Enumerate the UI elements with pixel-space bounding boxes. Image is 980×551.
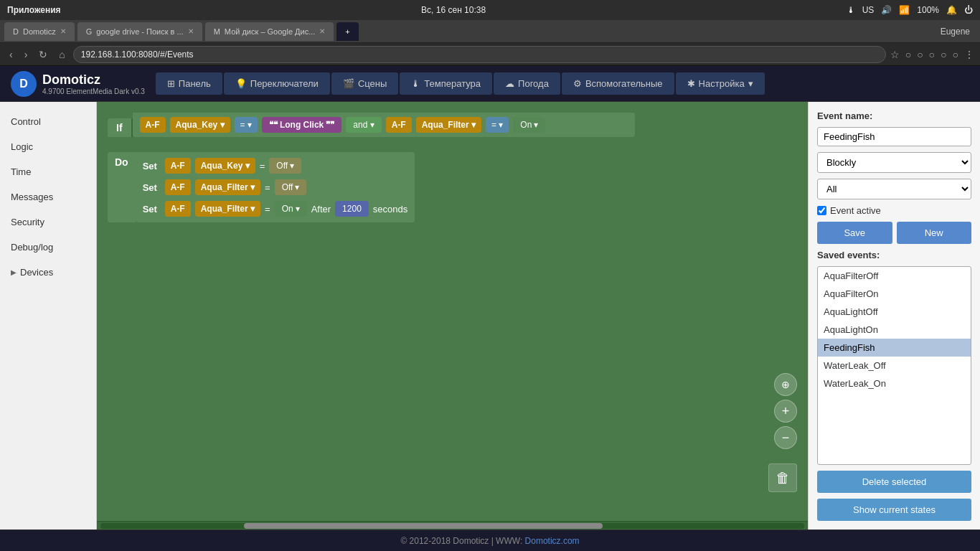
nav-temperature[interactable]: 🌡 Температура: [400, 72, 492, 95]
nav-switches[interactable]: 💡 Переключатели: [224, 72, 330, 95]
logo-text-area: Domoticz 4.9700 ElementMedia Dark v0.3: [42, 72, 145, 95]
sidebar-messages-label: Messages: [11, 192, 53, 202]
event-item-waterleakoff[interactable]: WaterLeak_Off: [818, 357, 971, 375]
set-label-3: Set: [143, 204, 161, 215]
sidebar-item-logic[interactable]: Logic: [0, 134, 96, 159]
zoom-in-button[interactable]: +: [774, 400, 797, 423]
zoom-reset-button[interactable]: ⊕: [774, 373, 797, 396]
aquakey-do-label: Aqua_Key: [201, 161, 243, 171]
scrollbar-thumb[interactable]: [244, 523, 603, 529]
trash-button[interactable]: 🗑: [768, 463, 797, 492]
url-bar[interactable]: [73, 46, 886, 63]
os-app-title: Приложения: [7, 5, 61, 15]
block-off-1[interactable]: Off ▾: [269, 158, 301, 174]
long-click-quotes-open: ❝❝: [269, 120, 278, 130]
block-1200[interactable]: 1200: [335, 201, 369, 217]
nav-panel[interactable]: ⊞ Панель: [156, 72, 222, 95]
footer-link[interactable]: Domoticz.com: [525, 536, 580, 546]
block-on-if[interactable]: On ▾: [513, 117, 545, 133]
sidebar-item-devices[interactable]: ▶ Devices: [0, 260, 96, 285]
ext4-icon[interactable]: ○: [941, 49, 946, 60]
ext5-icon[interactable]: ○: [953, 49, 958, 60]
block-af-1[interactable]: A-F: [140, 117, 166, 133]
do-row-2: Set A-F Aqua_Filter ▾ = Off ▾: [143, 179, 408, 195]
event-item-waterleakon[interactable]: WaterLeak_On: [818, 375, 971, 392]
blockly-canvas[interactable]: If A-F Aqua_Key ▾ = ▾ ❝❝: [97, 102, 808, 521]
scrollbar-track[interactable]: [100, 523, 804, 529]
on-if-dropdown: ▾: [534, 120, 538, 130]
sidebar-item-debuglog[interactable]: Debug/log: [0, 235, 96, 260]
event-filter-select[interactable]: All: [817, 179, 971, 199]
block-aquafilter-do3[interactable]: Aqua_Filter ▾: [195, 201, 260, 217]
event-item-aqualightoff[interactable]: AquaLightOff: [818, 303, 971, 321]
sidebar-logic-label: Logic: [11, 141, 33, 152]
block-equals-1[interactable]: = ▾: [235, 117, 258, 133]
block-aquafilter-do2[interactable]: Aqua_Filter ▾: [195, 179, 260, 195]
os-right: 🌡 US 🔊 📶 100% 🔔 ⏻: [847, 5, 973, 15]
new-button[interactable]: New: [897, 222, 972, 244]
ext1-icon[interactable]: ○: [905, 49, 911, 60]
tab1-favicon: D: [13, 27, 19, 36]
block-equals-2[interactable]: = ▾: [486, 117, 509, 133]
event-name-input[interactable]: [817, 127, 971, 146]
event-item-aquafilteroff[interactable]: AquaFilterOff: [818, 267, 971, 285]
event-active-checkbox[interactable]: [817, 206, 826, 215]
right-panel: Event name: Blockly Lua All Event active…: [808, 102, 980, 529]
browser-tab-3[interactable]: M Мой диск – Google Диc... ✕: [205, 22, 334, 41]
sidebar-item-time[interactable]: Time: [0, 159, 96, 184]
block-and[interactable]: and ▾: [346, 117, 381, 133]
ext3-icon[interactable]: ○: [929, 49, 935, 60]
browser-tab-4[interactable]: +: [336, 22, 358, 41]
sidebar-item-messages[interactable]: Messages: [0, 184, 96, 209]
block-af-do1[interactable]: A-F: [165, 158, 191, 174]
block-af-do2[interactable]: A-F: [165, 179, 191, 195]
forward-button[interactable]: ›: [21, 47, 32, 62]
event-type-select[interactable]: Blockly Lua: [817, 152, 971, 173]
zoom-out-button[interactable]: −: [774, 426, 797, 449]
block-af-do3[interactable]: A-F: [165, 201, 191, 217]
browser-tab-1[interactable]: D Domoticz ✕: [4, 22, 75, 41]
tab3-favicon: M: [214, 27, 220, 36]
nav-panel-label: Панель: [179, 78, 211, 89]
back-button[interactable]: ‹: [6, 47, 17, 62]
block-aquakey[interactable]: Aqua_Key ▾: [170, 117, 230, 133]
tab1-label: Domoticz: [23, 27, 56, 36]
nav-settings[interactable]: ✱ Настройка ▾: [676, 72, 765, 95]
browser-tab-2[interactable]: G google drive - Поиск в ... ✕: [77, 22, 202, 41]
logo-icon: D: [11, 71, 37, 97]
menu-icon[interactable]: ⋮: [964, 49, 974, 60]
on-if-label: On: [520, 120, 532, 130]
tab3-close[interactable]: ✕: [319, 27, 325, 35]
sidebar-item-security[interactable]: Security: [0, 209, 96, 235]
home-button[interactable]: ⌂: [55, 47, 68, 62]
tab1-close[interactable]: ✕: [60, 27, 66, 35]
block-on-do[interactable]: On ▾: [275, 201, 307, 217]
show-states-button[interactable]: Show current states: [817, 499, 971, 521]
block-af-2[interactable]: A-F: [386, 117, 412, 133]
nav-weather[interactable]: ☁ Погода: [494, 72, 560, 95]
nav-utility[interactable]: ⚙ Вспомогательные: [562, 72, 674, 95]
nav-utility-label: Вспомогательные: [585, 78, 663, 89]
star-icon[interactable]: ☆: [890, 49, 900, 60]
ext2-icon[interactable]: ○: [917, 49, 923, 60]
event-item-feedingfish[interactable]: FeedingFish: [818, 339, 971, 357]
event-item-aquafilteron[interactable]: AquaFilterOn: [818, 285, 971, 303]
block-aquafilter-if[interactable]: Aqua_Filter ▾: [416, 117, 481, 133]
event-name-label: Event name:: [817, 110, 971, 121]
switches-icon: 💡: [235, 78, 247, 89]
delete-selected-button[interactable]: Delete selected: [817, 471, 971, 493]
reload-button[interactable]: ↻: [35, 47, 51, 62]
browser-tabs-bar: D Domoticz ✕ G google drive - Поиск в ..…: [0, 20, 980, 43]
tab2-close[interactable]: ✕: [188, 27, 194, 35]
nav-scenes[interactable]: 🎬 Сцены: [331, 72, 398, 95]
canvas-scrollbar[interactable]: [97, 521, 808, 529]
block-long-click[interactable]: ❝❝ Long Click ❞❞: [262, 117, 341, 133]
block-aquakey-do[interactable]: Aqua_Key ▾: [195, 158, 255, 174]
nav-settings-label: Настройка: [699, 78, 745, 89]
event-active-row: Event active: [817, 205, 971, 216]
event-item-aqualighton[interactable]: AquaLightOn: [818, 321, 971, 339]
block-off-2[interactable]: Off ▾: [275, 179, 307, 195]
thermometer-icon: 🌡: [847, 5, 855, 15]
save-button[interactable]: Save: [817, 222, 892, 244]
sidebar-item-control[interactable]: Control: [0, 109, 96, 134]
